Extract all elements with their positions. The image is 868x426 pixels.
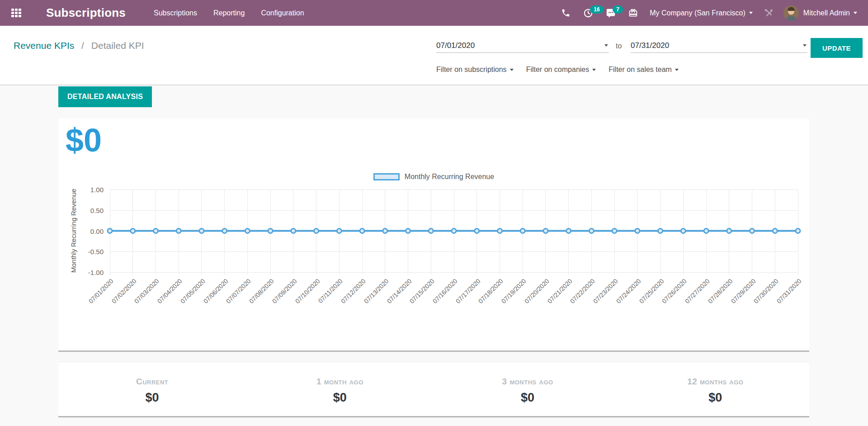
nav-menu: Subscriptions Reporting Configuration (154, 9, 304, 17)
stat-label: 12 months ago (622, 377, 809, 387)
y-tick-label: 1.00 (76, 186, 104, 194)
screen: Subscriptions Subscriptions Reporting Co… (0, 0, 868, 426)
filter-label: Filter on sales team (609, 66, 672, 74)
date-from-value: 07/01/2020 (436, 41, 475, 50)
x-tick-label: 07/01/2020 (75, 278, 114, 317)
company-switcher[interactable]: My Company (San Francisco) (650, 9, 753, 17)
stat-3-months-ago: 3 months ago $0 (434, 377, 622, 416)
messages-button[interactable]: 7 (606, 8, 616, 18)
stat-1-month-ago: 1 month ago $0 (246, 377, 434, 416)
phone-button[interactable] (561, 8, 571, 18)
stat-12-months-ago: 12 months ago $0 (622, 377, 809, 416)
update-button[interactable]: UPDATE (811, 38, 863, 58)
chevron-down-icon (510, 69, 514, 71)
breadcrumb-current: Detailed KPI (91, 40, 144, 51)
chart-card: $0 Monthly Recurring Revenue Monthly Rec… (58, 118, 809, 352)
activity-count-badge: 16 (590, 5, 603, 14)
y-tick-label: -1.00 (76, 269, 104, 276)
gift-button[interactable] (628, 8, 638, 18)
company-name: My Company (San Francisco) (650, 9, 745, 17)
y-tick-label: 0.50 (76, 206, 104, 214)
chevron-down-icon (749, 12, 753, 14)
line-chart-plot[interactable]: 1.000.500.00-0.50-1.0007/01/202007/02/20… (110, 189, 798, 272)
stat-value: $0 (434, 391, 622, 405)
filter-sales-team-dropdown[interactable]: Filter on sales team (609, 66, 679, 74)
breadcrumb-separator: / (81, 40, 84, 51)
app-title: Subscriptions (46, 6, 126, 20)
detailed-analysis-badge: DETAILED ANALYSIS (58, 86, 152, 107)
stat-value: $0 (58, 391, 246, 405)
developer-tools-button[interactable] (764, 8, 774, 18)
filter-label: Filter on subscriptions (436, 66, 507, 74)
top-navbar: Subscriptions Subscriptions Reporting Co… (0, 0, 868, 26)
apps-menu-button[interactable] (6, 3, 26, 23)
to-label: to (616, 42, 622, 50)
filter-subscriptions-dropdown[interactable]: Filter on subscriptions (436, 66, 514, 74)
message-count-badge: 7 (613, 5, 623, 14)
breadcrumb: Revenue KPIs / Detailed KPI (14, 40, 144, 51)
gift-icon (628, 8, 638, 18)
chevron-down-icon (675, 69, 679, 71)
stat-current: Current $0 (58, 377, 246, 416)
mrr-series (110, 189, 798, 272)
user-menu[interactable]: Mitchell Admin (803, 9, 857, 17)
chevron-down-icon (604, 44, 608, 47)
filter-companies-dropdown[interactable]: Filter on companies (526, 66, 596, 74)
nav-item-subscriptions[interactable]: Subscriptions (154, 9, 197, 17)
legend-label: Monthly Recurring Revenue (405, 173, 494, 181)
y-tick-label: 0.00 (76, 227, 104, 235)
stat-value: $0 (622, 391, 809, 405)
chart-legend[interactable]: Monthly Recurring Revenue (58, 173, 809, 181)
filters-row: Filter on subscriptions Filter on compan… (436, 66, 679, 74)
chevron-down-icon (803, 44, 807, 47)
navbar-right: 16 7 My Company (San Francisco) Mitchell… (548, 5, 857, 21)
nav-item-configuration[interactable]: Configuration (261, 9, 304, 17)
user-name: Mitchell Admin (803, 9, 850, 17)
phone-icon (561, 8, 571, 18)
stat-label: 3 months ago (434, 377, 622, 387)
stats-card: Current $0 1 month ago $0 3 months ago $… (58, 362, 809, 417)
y-tick-label: -0.50 (76, 248, 104, 256)
stat-value: $0 (246, 391, 434, 405)
nav-item-reporting[interactable]: Reporting (213, 9, 245, 17)
developer-tools-icon (764, 8, 774, 18)
stat-label: Current (58, 377, 246, 387)
user-avatar[interactable] (783, 5, 799, 21)
chevron-down-icon (854, 12, 857, 14)
navbar-left: Subscriptions Subscriptions Reporting Co… (6, 3, 304, 23)
filter-label: Filter on companies (526, 66, 590, 74)
legend-swatch (373, 173, 400, 180)
breadcrumb-parent-link[interactable]: Revenue KPIs (14, 40, 74, 51)
content-area: DETAILED ANALYSIS $0 Monthly Recurring R… (0, 86, 868, 426)
control-panel: Revenue KPIs / Detailed KPI 07/01/2020 t… (0, 26, 868, 85)
date-to-value: 07/31/2020 (631, 41, 669, 50)
stat-label: 1 month ago (246, 377, 434, 387)
apps-grid-icon (11, 9, 21, 17)
date-from-input[interactable]: 07/01/2020 (436, 38, 609, 53)
activities-button[interactable]: 16 (583, 8, 593, 18)
kpi-total-value: $0 (66, 124, 102, 156)
date-to-input[interactable]: 07/31/2020 (631, 38, 807, 53)
chevron-down-icon (592, 69, 596, 71)
